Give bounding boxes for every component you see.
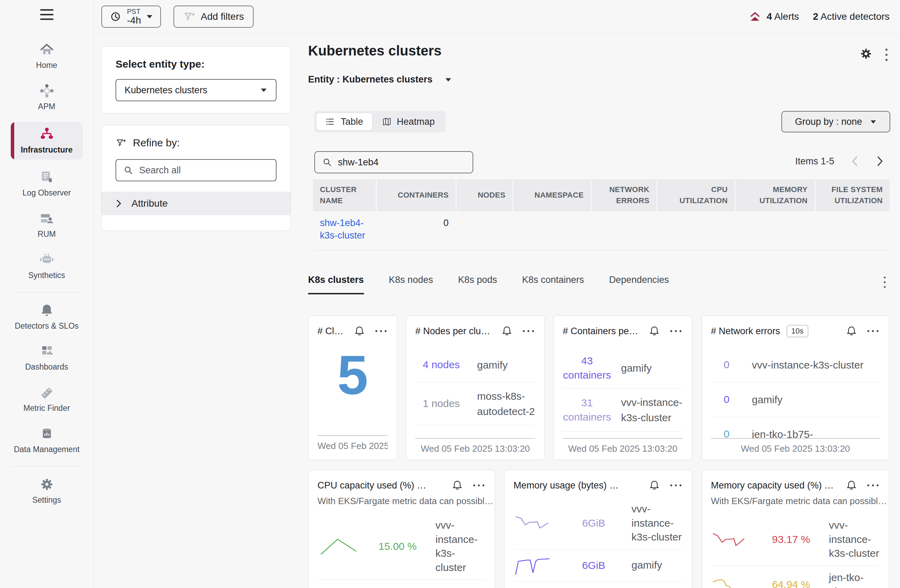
hamburger-menu-icon[interactable] [39, 8, 55, 22]
pagination-prev-icon[interactable] [850, 155, 860, 167]
kebab-menu-icon[interactable] [866, 483, 880, 487]
page-title: Kubernetes clusters [308, 43, 442, 59]
bell-icon[interactable] [451, 479, 464, 492]
refine-search-box [116, 159, 276, 181]
card-title: Memory capacity used (%) … [711, 480, 834, 491]
column-header[interactable]: CLUSTER NAME [313, 179, 376, 211]
column-header[interactable]: CPU UTILIZATION [658, 179, 734, 211]
sidebar-item-infrastructure[interactable]: Infrastructure [11, 122, 83, 160]
metric-row[interactable]: 6GiB vvv-instance-k3s-cluster [514, 497, 683, 549]
tabs-kebab-menu-icon[interactable] [883, 275, 887, 289]
stat-row[interactable]: 0 vvv-instance-k3s-cluster [711, 348, 880, 382]
pagination-label: Items 1-5 [795, 156, 835, 167]
cluster-name-link[interactable]: shw-1eb4-k3s-cluster [320, 218, 365, 241]
bell-icon[interactable] [845, 325, 858, 337]
chevron-down-icon [260, 87, 267, 93]
tab-table-view[interactable]: Table [316, 113, 372, 131]
card-subtitle: With EKS/Fargate metric data can possibl… [309, 496, 495, 506]
page-kebab-menu-icon[interactable] [884, 47, 889, 62]
stat-row[interactable]: 43 containers gamify [563, 348, 683, 388]
group-by-select[interactable]: Group by : none [781, 111, 890, 132]
add-filters-button[interactable]: Add filters [174, 6, 254, 28]
page-settings-gear-icon[interactable] [858, 46, 874, 61]
tab-dependencies[interactable]: Dependencies [609, 275, 669, 294]
active-nav-accent-bar [11, 122, 14, 160]
tab-k8s-clusters[interactable]: K8s clusters [308, 275, 364, 294]
chevron-right-icon [115, 199, 123, 208]
sidebar-item-synthetics[interactable]: Synthetics [7, 250, 87, 283]
kebab-menu-icon[interactable] [472, 483, 486, 487]
column-header[interactable]: MEMORY UTILIZATION [736, 179, 814, 211]
sidebar-item-detectors-slos[interactable]: Detectors & SLOs [7, 300, 87, 334]
stat-value: 31 containers [563, 396, 611, 424]
metric-row[interactable]: 93.17 % vvv-instance-k3s-cluster [711, 514, 880, 566]
sidebar-item-metric-finder[interactable]: Metric Finder [7, 382, 87, 416]
card-title: # Cl… [318, 326, 343, 337]
card-network-errors: # Network errors 10s 0 vvv-instance-k3s-… [701, 316, 889, 460]
tab-k8s-containers[interactable]: K8s containers [522, 275, 584, 294]
kebab-menu-icon[interactable] [374, 329, 388, 333]
metric-row[interactable]: jen-tko- [514, 582, 683, 588]
resolution-badge: 10s [787, 325, 808, 337]
sparkline [318, 585, 359, 588]
kebab-menu-icon[interactable] [521, 329, 535, 333]
column-header[interactable]: NETWORK ERRORS [591, 179, 656, 211]
sidebar-item-data-management[interactable]: Data Management [7, 424, 87, 457]
stat-row[interactable]: 0 gamify [711, 382, 880, 417]
sidebar-item-label: Settings [32, 495, 61, 505]
filter-column: Select entity type: Kubernetes clusters … [101, 46, 291, 231]
bell-icon[interactable] [845, 479, 858, 492]
metric-row[interactable]: 15.00 % vvv-instance-k3s-cluster [318, 514, 486, 580]
metric-row[interactable]: 64.94 % jen-tko-1b75- [711, 566, 880, 588]
stat-row[interactable]: 1 nodes moss-k8s-autodetect-2 [415, 382, 535, 426]
stat-entity-name: moss-k8s-autodetect-2 [467, 388, 535, 419]
entity-type-select[interactable]: Kubernetes clusters [116, 79, 276, 101]
entity-selector-label: Entity : Kubernetes clusters [308, 74, 433, 85]
metric-row[interactable]: 0.5554 % gamify [318, 580, 486, 588]
bell-icon[interactable] [353, 325, 366, 337]
kebab-menu-icon[interactable] [866, 329, 880, 333]
entity-selector[interactable]: Entity : Kubernetes clusters [308, 74, 452, 85]
tab-heatmap-view[interactable]: Heatmap [372, 113, 444, 131]
tab-k8s-pods[interactable]: K8s pods [458, 275, 497, 294]
heatmap-view-label: Heatmap [397, 116, 435, 127]
sidebar-item-apm[interactable]: APM [7, 81, 87, 115]
kebab-menu-icon[interactable] [669, 483, 683, 487]
pagination-next-icon[interactable] [875, 155, 884, 167]
sidebar-item-label: Detectors & SLOs [15, 321, 78, 331]
table-view-label: Table [341, 116, 363, 127]
stat-row[interactable]: 4 nodes gamify [415, 348, 535, 382]
stat-row[interactable]: 31 containers vvv-instance-k3s-cluster [563, 388, 683, 432]
sidebar-item-dashboards[interactable]: Dashboards [7, 341, 87, 375]
bell-icon[interactable] [648, 325, 661, 337]
sparkline [711, 573, 753, 588]
kebab-menu-icon[interactable] [669, 329, 683, 333]
search-icon [321, 156, 333, 168]
card-timestamp: Wed 05 Feb 2025 13:03:20 [563, 443, 683, 454]
bell-icon[interactable] [648, 479, 661, 492]
card-memory-usage: Memory usage (bytes) … 6GiB vvv-instance… [504, 470, 692, 588]
footer-divider [318, 435, 388, 436]
sidebar-item-home[interactable]: Home [7, 40, 87, 73]
refine-by-panel: Refine by: Attribute [101, 125, 291, 231]
metric-value: 93.17 % [762, 534, 821, 545]
sidebar-item-rum[interactable]: RUM [7, 208, 87, 242]
column-header[interactable]: NODES [456, 179, 512, 211]
sidebar-item-log-observer[interactable]: Log Observer [7, 167, 87, 201]
sparkline [514, 554, 555, 577]
refine-search-input[interactable] [139, 165, 270, 176]
metric-row[interactable]: 6GiB gamify [514, 549, 683, 582]
footer-divider [563, 438, 683, 439]
metric-entity-name: jen-tko-1b75- [821, 571, 880, 588]
tab-k8s-nodes[interactable]: K8s nodes [389, 275, 433, 294]
card-clusters-count: # Cl… 5 Wed 05 Feb 2025 1 [308, 316, 397, 460]
sidebar-item-settings[interactable]: Settings [7, 474, 87, 508]
column-header[interactable]: NAMESPACE [514, 179, 591, 211]
column-header[interactable]: FILE SYSTEM UTILIZATION [816, 179, 889, 211]
attribute-expander[interactable]: Attribute [102, 192, 290, 215]
stat-entity-name: vvv-instance-k3s-cluster [611, 395, 683, 425]
bell-icon[interactable] [501, 325, 513, 337]
column-header[interactable]: CONTAINERS [377, 179, 456, 211]
table-search-input[interactable] [338, 157, 466, 168]
time-range-picker[interactable]: PST -4h [101, 6, 161, 28]
